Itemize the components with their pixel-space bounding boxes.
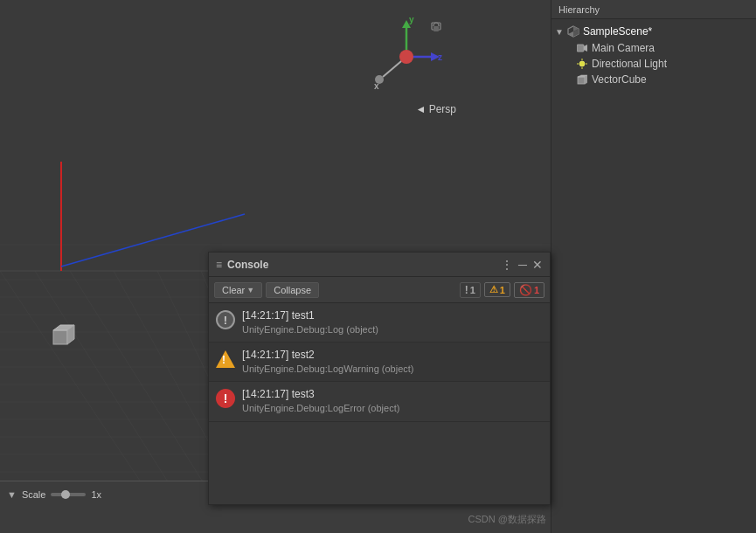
warn-icon: ⚠ <box>489 284 498 295</box>
console-minimize-icon[interactable]: ─ <box>518 258 527 272</box>
scale-label: Scale <box>22 489 46 500</box>
fold-arrow-icon: ▼ <box>555 27 564 37</box>
svg-rect-52 <box>577 45 584 52</box>
svg-text:y: y <box>409 17 414 24</box>
watermark: CSDN @数据探路 <box>468 513 546 526</box>
console-header: ≡ Console ⋮ ─ ✕ <box>209 253 550 277</box>
scene-object-cube[interactable] <box>48 322 76 350</box>
msg-line1-1: [14:21:17] test2 <box>242 348 543 363</box>
console-panel: ≡ Console ⋮ ─ ✕ Clear ▼ Collapse ! 1 ⚠ 1… <box>208 252 551 505</box>
console-menu-icon[interactable]: ⋮ <box>501 258 513 272</box>
console-messages: ! [14:21:17] test1 UnityEngine.Debug:Log… <box>209 303 550 504</box>
console-message-0[interactable]: ! [14:21:17] test1 UnityEngine.Debug:Log… <box>209 303 550 343</box>
scale-slider-thumb[interactable] <box>61 490 70 499</box>
info-count: 1 <box>470 285 475 295</box>
hierarchy-scene-root[interactable]: ▼ SampleScene* <box>551 23 756 40</box>
svg-point-54 <box>579 61 585 66</box>
console-message-2[interactable]: ! [14:21:17] test3 UnityEngine.Debug:Log… <box>209 382 550 421</box>
warn-message-icon <box>216 350 235 368</box>
scale-slider[interactable] <box>51 493 86 496</box>
console-header-icons: ⋮ ─ ✕ <box>501 258 543 272</box>
svg-text:z: z <box>438 52 442 62</box>
message-text-2: [14:21:17] test3 UnityEngine.Debug:LogEr… <box>242 387 543 415</box>
hierarchy-item-directional-light[interactable]: Directional Light <box>551 56 756 72</box>
hierarchy-item-label-directional-light: Directional Light <box>592 58 667 70</box>
scale-value: 1x <box>91 489 101 500</box>
warn-count: 1 <box>500 285 505 295</box>
info-icon: ! <box>465 284 468 296</box>
hierarchy-title: Hierarchy <box>558 4 600 15</box>
error-icon: 🚫 <box>519 284 532 296</box>
gizmo-svg: y z x <box>367 17 446 96</box>
error-badge[interactable]: 🚫 1 <box>514 282 544 298</box>
clear-dropdown-icon: ▼ <box>246 286 254 294</box>
console-close-icon[interactable]: ✕ <box>532 258 543 272</box>
hierarchy-item-main-camera[interactable]: Main Camera <box>551 40 756 56</box>
collapse-label: Collapse <box>274 285 311 295</box>
warn-badge[interactable]: ⚠ 1 <box>484 282 510 297</box>
collapse-button[interactable]: Collapse <box>266 282 319 298</box>
svg-text:x: x <box>374 81 379 91</box>
clear-button[interactable]: Clear ▼ <box>214 282 262 298</box>
clear-label: Clear <box>222 285 245 295</box>
cube-icon <box>576 73 588 86</box>
svg-point-42 <box>399 50 413 64</box>
hierarchy-item-label-main-camera: Main Camera <box>592 42 655 54</box>
svg-marker-61 <box>585 75 587 84</box>
msg-line2-1: UnityEngine.Debug:LogWarning (object) <box>242 363 543 376</box>
svg-rect-44 <box>433 26 439 31</box>
console-title: Console <box>227 259 496 271</box>
scene-name: SampleScene* <box>583 25 652 38</box>
scene-gizmo[interactable]: y z x <box>367 17 446 96</box>
message-text-0: [14:21:17] test1 UnityEngine.Debug:Log (… <box>242 308 543 336</box>
hierarchy-header: Hierarchy <box>551 0 756 19</box>
info-message-icon: ! <box>216 310 235 329</box>
toolbar-arrow[interactable]: ▼ <box>7 489 17 500</box>
msg-line1-2: [14:21:17] test3 <box>242 387 543 402</box>
console-message-1[interactable]: [14:21:17] test2 UnityEngine.Debug:LogWa… <box>209 343 550 382</box>
perspective-label: ◄ Persp <box>415 103 456 115</box>
msg-line1-0: [14:21:17] test1 <box>242 308 543 323</box>
camera-icon <box>576 42 588 54</box>
error-message-icon: ! <box>216 389 235 408</box>
console-title-icon: ≡ <box>216 259 222 271</box>
msg-line2-2: UnityEngine.Debug:LogError (object) <box>242 402 543 415</box>
light-icon <box>576 58 588 70</box>
error-count: 1 <box>534 285 539 295</box>
scene-icon <box>567 25 579 38</box>
console-toolbar: Clear ▼ Collapse ! 1 ⚠ 1 🚫 1 <box>209 277 550 303</box>
svg-rect-45 <box>53 330 67 344</box>
info-badge[interactable]: ! 1 <box>460 282 481 298</box>
message-text-1: [14:21:17] test2 UnityEngine.Debug:LogWa… <box>242 348 543 376</box>
hierarchy-content: ▼ SampleScene* Main Camera <box>551 19 756 91</box>
hierarchy-item-label-vector-cube: VectorCube <box>592 73 647 86</box>
hierarchy-panel: Hierarchy ▼ SampleScene* Main Camera <box>551 0 756 533</box>
triangle-icon <box>216 350 235 368</box>
svg-marker-53 <box>584 45 587 52</box>
hierarchy-item-vector-cube[interactable]: VectorCube <box>551 72 756 87</box>
msg-line2-0: UnityEngine.Debug:Log (object) <box>242 323 543 336</box>
svg-rect-59 <box>578 77 585 84</box>
